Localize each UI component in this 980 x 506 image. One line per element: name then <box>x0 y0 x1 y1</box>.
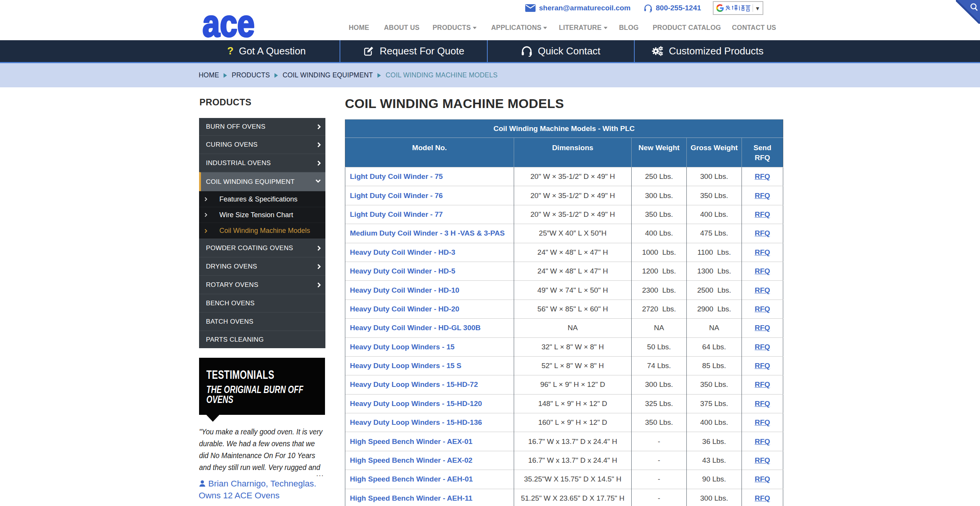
svg-text:ace: ace <box>203 8 255 41</box>
